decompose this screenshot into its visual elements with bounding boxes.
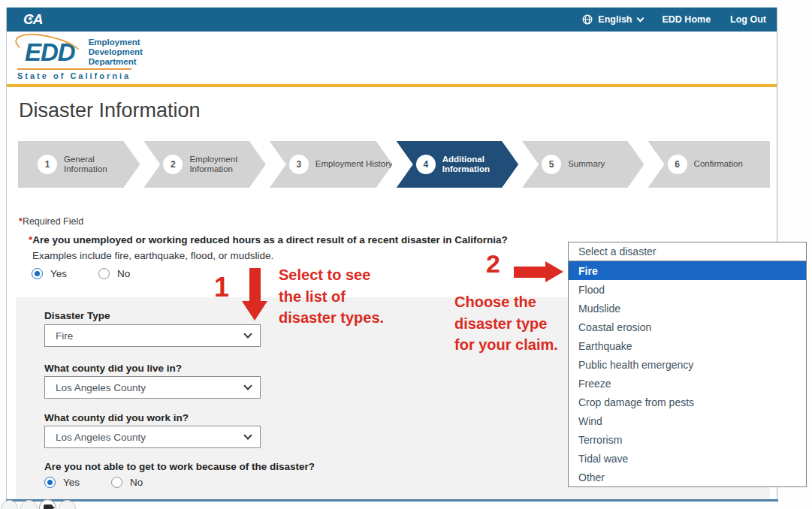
edd-logo-line3: Department [89, 57, 143, 67]
top-navigation: English EDD Home Log Out [582, 14, 766, 25]
step-number: 4 [416, 155, 436, 174]
chevron-down-icon [243, 381, 252, 390]
edd-logo-line2: Development [89, 47, 143, 57]
dropdown-option-coastal-erosion[interactable]: Coastal erosion [569, 318, 806, 336]
step-number: 2 [163, 155, 183, 174]
dropdown-option-select-a-disaster[interactable]: Select a disaster [569, 242, 806, 261]
disaster-type-dropdown-list: Select a disaster Fire Flood Mudslide Co… [568, 242, 807, 487]
step-label: Additional Information [442, 155, 497, 175]
radio-no[interactable] [111, 477, 122, 488]
work-access-question-label: Are you not able to get to work because … [44, 461, 315, 472]
state-of-california-label: State of California [17, 68, 131, 80]
disaster-question-text: Are you unemployed or working reduced ho… [32, 234, 507, 245]
required-note-text: Required Field [23, 216, 83, 227]
county-live-value: Los Angeles County [56, 382, 146, 393]
red-right-arrow-head [545, 261, 563, 282]
annotation-line: the list of [279, 286, 384, 308]
disaster-type-value: Fire [56, 330, 73, 342]
radio-yes-label: Yes [50, 268, 67, 279]
annotation-step1-text: Select to see the list of disaster types… [279, 264, 384, 329]
annotation-step2-number: 2 [486, 249, 500, 279]
wizard-step-confirmation[interactable]: 6 Confirmation [648, 141, 770, 188]
annotation-step2-text: Choose the disaster type for your claim. [454, 291, 558, 356]
logout-link[interactable]: Log Out [730, 14, 766, 25]
disaster-type-select[interactable]: Fire [44, 324, 261, 347]
language-selector[interactable]: English [582, 14, 642, 25]
annotation-line: disaster types. [279, 307, 384, 329]
annotation-line: Select to see [279, 264, 384, 286]
dropdown-option-earthquake[interactable]: Earthquake [569, 336, 806, 355]
step-label: General Information [64, 155, 118, 175]
page-title: Disaster Information [19, 99, 201, 122]
star-icon: ★ [28, 16, 32, 22]
annotation-line: Choose the [454, 291, 558, 313]
radio-yes-selected[interactable] [44, 477, 56, 488]
radio-no-label: No [117, 268, 130, 279]
step-label: Employment History [315, 159, 393, 170]
step-label: Employment Information [189, 155, 243, 175]
red-right-arrow-icon [514, 267, 547, 278]
edd-logo-line1: Employment [89, 38, 143, 47]
radio-yes-selected[interactable] [32, 268, 43, 279]
county-live-label: What county did you live in? [44, 363, 182, 374]
county-work-select[interactable]: Los Angeles County [44, 426, 261, 448]
language-label: English [598, 14, 632, 25]
chevron-down-icon [243, 330, 252, 338]
wizard-step-employment-information[interactable]: 2 Employment Information [143, 141, 265, 188]
wizard-step-additional-information[interactable]: 4 Additional Information [397, 141, 518, 188]
dropdown-option-mudslide[interactable]: Mudslide [569, 299, 806, 318]
annotation-line: disaster type [454, 313, 558, 335]
step-label: Confirmation [694, 159, 743, 170]
edd-page: CA ★ English EDD Home Log Out EDD Em [6, 8, 777, 502]
annotation-line: for your claim. [454, 334, 558, 356]
step-wizard: 1 General Information 2 Employment Infor… [18, 141, 770, 188]
page-bottom-border [6, 499, 778, 501]
radio-no-label: No [130, 477, 143, 488]
step-label: Summary [568, 159, 605, 170]
edd-logo-text: Employment Development Department [89, 38, 143, 67]
county-work-value: Los Angeles County [56, 432, 146, 443]
wizard-step-employment-history[interactable]: 3 Employment History [270, 141, 393, 188]
disaster-type-label: Disaster Type [44, 310, 110, 321]
annotation-step1-number: 1 [214, 272, 229, 303]
ca-state-logo[interactable]: CA ★ [23, 11, 42, 28]
radio-no[interactable] [98, 268, 110, 279]
step-number: 3 [289, 155, 309, 174]
required-field-note: *Required Field [19, 216, 83, 227]
red-down-arrow-head [242, 301, 267, 321]
dropdown-option-public-health-emergency[interactable]: Public health emergency [569, 355, 806, 374]
disaster-question-label: *Are you unemployed or working reduced h… [29, 234, 508, 245]
dropdown-option-wind[interactable]: Wind [569, 411, 806, 430]
screenshot-canvas: CA ★ English EDD Home Log Out EDD Em [0, 0, 812, 509]
edd-home-link[interactable]: EDD Home [663, 14, 711, 25]
topbar: CA ★ English EDD Home Log Out [7, 8, 777, 32]
ca-logo-text: CA [23, 11, 42, 27]
work-access-radio-group: Yes No [44, 477, 143, 488]
wizard-step-general-information[interactable]: 1 General Information [18, 141, 140, 188]
step-number: 6 [668, 155, 687, 174]
dropdown-option-freeze[interactable]: Freeze [569, 374, 806, 393]
chevron-down-icon [243, 431, 252, 439]
globe-icon [582, 14, 593, 25]
dropdown-option-terrorism[interactable]: Terrorism [569, 430, 806, 449]
county-work-label: What county did you work in? [44, 412, 189, 423]
dropdown-option-crop-damage-from-pests[interactable]: Crop damage from pests [569, 393, 806, 411]
edd-logo: EDD Employment Development Department St… [17, 38, 190, 84]
wizard-step-summary[interactable]: 5 Summary [522, 141, 644, 188]
step-number: 1 [38, 155, 57, 174]
edd-logo-mark: EDD [17, 38, 83, 67]
dropdown-option-flood[interactable]: Flood [569, 280, 806, 299]
disaster-question-hint: Examples include fire, earthquake, flood… [32, 250, 273, 261]
step-number: 5 [542, 155, 561, 174]
dropdown-option-tidal-wave[interactable]: Tidal wave [569, 449, 806, 468]
dropdown-option-other[interactable]: Other [569, 468, 806, 486]
camera-icon [44, 504, 53, 509]
chevron-down-icon [636, 15, 644, 23]
disaster-question-radio-group: Yes No [32, 268, 130, 279]
county-live-select[interactable]: Los Angeles County [44, 376, 261, 399]
dropdown-option-fire-selected[interactable]: Fire [569, 261, 806, 280]
red-down-arrow-icon [249, 268, 261, 303]
gold-divider [7, 84, 777, 87]
radio-yes-label: Yes [63, 477, 80, 488]
